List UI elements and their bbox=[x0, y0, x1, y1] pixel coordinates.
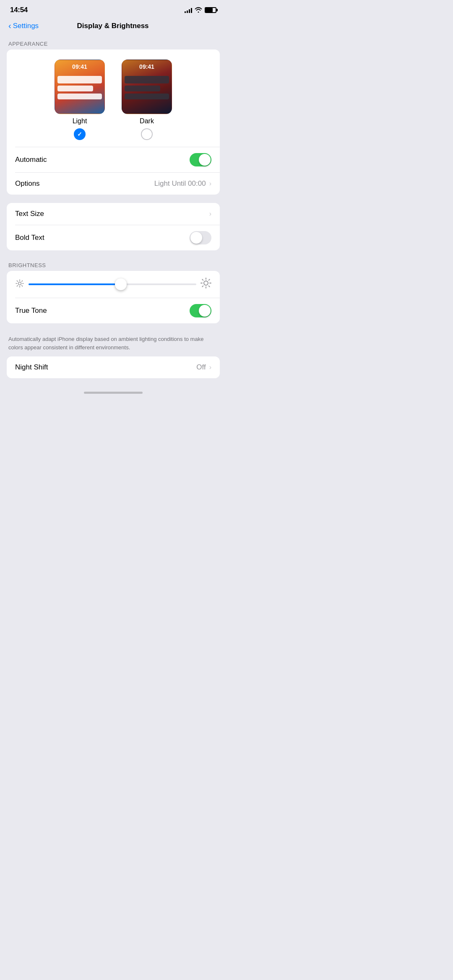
dark-mode-time: 09:41 bbox=[122, 63, 172, 70]
true-tone-label: True Tone bbox=[15, 307, 47, 315]
true-tone-description: Automatically adapt iPhone display based… bbox=[0, 332, 226, 356]
svg-point-9 bbox=[204, 281, 208, 285]
status-icons bbox=[185, 7, 216, 14]
dark-mode-preview: 09:41 bbox=[122, 60, 172, 114]
automatic-row[interactable]: Automatic bbox=[7, 147, 220, 172]
true-tone-row[interactable]: True Tone bbox=[7, 298, 220, 323]
nav-header: ‹ Settings Display & Brightness bbox=[0, 18, 226, 37]
text-size-row[interactable]: Text Size › bbox=[7, 203, 220, 225]
brightness-slider-row bbox=[7, 271, 220, 298]
night-shift-label: Night Shift bbox=[15, 363, 48, 372]
night-shift-chevron-icon: › bbox=[209, 364, 211, 371]
true-tone-toggle-thumb bbox=[199, 305, 211, 317]
back-chevron-icon: ‹ bbox=[8, 21, 11, 31]
brightness-slider[interactable] bbox=[29, 283, 196, 285]
bold-text-row[interactable]: Bold Text bbox=[7, 225, 220, 250]
svg-line-14 bbox=[202, 279, 203, 280]
text-size-chevron-icon: › bbox=[209, 210, 211, 218]
true-tone-toggle[interactable] bbox=[190, 304, 211, 317]
night-shift-row[interactable]: Night Shift Off › bbox=[7, 356, 220, 378]
bold-text-label: Bold Text bbox=[15, 234, 44, 242]
appearance-card: 09:41 Light ✓ 09:41 bbox=[7, 49, 220, 195]
light-mode-preview: 09:41 bbox=[55, 60, 105, 114]
automatic-toggle[interactable] bbox=[190, 153, 211, 166]
options-label: Options bbox=[15, 179, 40, 188]
brightness-min-icon bbox=[15, 279, 24, 289]
dark-mode-label: Dark bbox=[140, 117, 154, 125]
automatic-toggle-thumb bbox=[199, 154, 211, 166]
back-label: Settings bbox=[13, 22, 39, 30]
text-size-right: › bbox=[209, 210, 211, 218]
options-row[interactable]: Options Light Until 00:00 › bbox=[7, 173, 220, 195]
light-mode-time: 09:41 bbox=[55, 63, 104, 70]
svg-line-8 bbox=[17, 286, 18, 286]
bold-text-toggle-thumb bbox=[190, 232, 202, 244]
options-value: Light Until 00:00 bbox=[154, 179, 206, 188]
svg-line-7 bbox=[22, 281, 23, 281]
svg-line-6 bbox=[22, 286, 23, 286]
dark-mode-ui bbox=[125, 76, 169, 99]
svg-line-17 bbox=[202, 286, 203, 287]
brightness-slider-thumb[interactable] bbox=[115, 278, 127, 290]
light-mode-ui bbox=[57, 76, 102, 99]
page-title: Display & Brightness bbox=[41, 22, 185, 30]
bold-text-toggle[interactable] bbox=[190, 231, 211, 244]
text-size-label: Text Size bbox=[15, 210, 44, 218]
battery-icon bbox=[205, 7, 216, 13]
signal-icon bbox=[185, 7, 192, 13]
appearance-modes: 09:41 Light ✓ 09:41 bbox=[7, 49, 220, 147]
back-button[interactable]: ‹ Settings bbox=[8, 21, 39, 31]
night-shift-card: Night Shift Off › bbox=[7, 356, 220, 378]
night-shift-value: Off bbox=[196, 363, 206, 372]
light-mode-option[interactable]: 09:41 Light ✓ bbox=[55, 60, 105, 140]
appearance-section-label: APPEARANCE bbox=[0, 37, 226, 49]
light-mode-radio[interactable]: ✓ bbox=[74, 128, 86, 140]
dark-mode-radio[interactable] bbox=[141, 128, 153, 140]
night-shift-right: Off › bbox=[196, 363, 211, 372]
text-card: Text Size › Bold Text bbox=[7, 203, 220, 250]
dark-mode-option[interactable]: 09:41 Dark bbox=[122, 60, 172, 140]
brightness-slider-fill bbox=[29, 283, 121, 285]
svg-line-5 bbox=[17, 281, 18, 281]
brightness-max-icon bbox=[200, 278, 211, 291]
home-indicator bbox=[0, 387, 226, 397]
brightness-section-label: BRIGHTNESS bbox=[0, 259, 226, 271]
home-bar bbox=[84, 392, 143, 394]
svg-point-0 bbox=[18, 282, 21, 285]
light-mode-label: Light bbox=[73, 117, 87, 125]
svg-line-16 bbox=[209, 279, 210, 280]
status-bar: 14:54 bbox=[0, 0, 226, 18]
light-mode-checkmark: ✓ bbox=[77, 131, 82, 138]
svg-line-15 bbox=[209, 286, 210, 287]
wifi-icon bbox=[195, 7, 202, 14]
automatic-label: Automatic bbox=[15, 156, 47, 164]
options-right: Light Until 00:00 › bbox=[154, 179, 211, 188]
status-time: 14:54 bbox=[10, 6, 28, 14]
brightness-card: True Tone bbox=[7, 271, 220, 323]
options-chevron-icon: › bbox=[209, 180, 211, 187]
